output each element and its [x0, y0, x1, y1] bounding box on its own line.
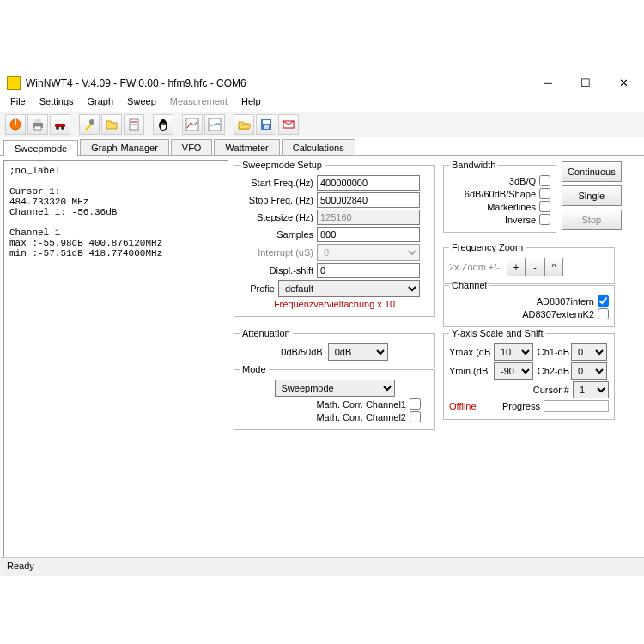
app-icon — [7, 76, 21, 90]
mode-legend: Mode — [240, 364, 269, 374]
samples-input[interactable] — [317, 227, 420, 242]
ymin-select[interactable]: -90 — [494, 362, 533, 380]
ch2db-label: Ch2-dB — [533, 366, 571, 376]
power-icon[interactable] — [5, 114, 26, 135]
ymax-select[interactable]: 10 — [494, 343, 533, 361]
chart1-icon[interactable] — [182, 114, 203, 135]
svg-point-8 — [89, 119, 94, 125]
ymax-label: Ymax (dB — [449, 347, 494, 357]
interrupt-label: Interrupt (uS) — [240, 247, 317, 258]
attenuation-group: Attenuation 0dB/50dB0dB — [234, 328, 435, 368]
maximize-button[interactable]: ☐ — [567, 73, 605, 94]
zoom-label: 2x Zoom +/- — [449, 262, 500, 272]
sweepmode-setup-group: Sweepmode Setup Start Freq.(Hz) Stop Fre… — [234, 160, 435, 317]
cursor-label: Cursor # — [533, 385, 573, 395]
zoom-caret-button[interactable]: ^ — [544, 258, 563, 276]
bw4-label: Inverse — [505, 215, 536, 225]
folder-icon[interactable] — [101, 114, 122, 135]
ch-extern-checkbox[interactable] — [598, 308, 609, 319]
info-panel: ;no_label Cursor 1: 484.733320 MHz Chann… — [3, 160, 228, 570]
bw2-label: 6dB/60dB/Shape — [465, 189, 536, 199]
atten-legend: Attenuation — [240, 328, 293, 338]
profile-select[interactable]: default — [278, 280, 420, 297]
samples-label: Samples — [240, 229, 317, 240]
cursor-select[interactable]: 1 — [573, 381, 609, 398]
stopfreq-label: Stop Freq. (Hz) — [240, 195, 317, 205]
bw-legend: Bandwidth — [449, 160, 498, 170]
single-button[interactable]: Single — [562, 185, 622, 206]
bandwidth-group: Bandwidth 3dB/Q 6dB/60dB/Shape Markerlin… — [443, 160, 556, 233]
document-icon[interactable] — [124, 114, 144, 135]
channel-group: Channel AD8307intern AD8307externK2 — [443, 280, 615, 327]
window-title: WinNWT4 - V.4.09 - FW:0.00 - hfm9.hfc - … — [26, 77, 529, 89]
chart2-icon[interactable] — [204, 114, 225, 135]
menu-help[interactable]: Help — [234, 94, 268, 112]
mc1-checkbox[interactable] — [410, 398, 421, 410]
tab-wattmeter[interactable]: Wattmeter — [214, 139, 279, 155]
mode-group: Mode Sweepmode Math. Corr. Channel1 Math… — [234, 364, 435, 430]
mc1-label: Math. Corr. Channel1 — [316, 399, 406, 410]
progress-label: Progress — [492, 401, 540, 411]
mail-icon[interactable] — [278, 114, 299, 135]
svg-rect-1 — [15, 119, 16, 125]
ch-intern-label: AD8307intern — [537, 296, 594, 307]
freqzoom-group: Frequency Zoom 2x Zoom +/- + - ^ — [443, 242, 615, 284]
ch-extern-label: AD8307externK2 — [522, 309, 594, 319]
stop-button: Stop — [562, 210, 622, 230]
zoom-plus-button[interactable]: + — [507, 258, 526, 276]
tab-calculations[interactable]: Calculations — [282, 139, 355, 155]
displ-label: Displ.-shift — [240, 265, 317, 276]
menu-file[interactable]: File — [3, 94, 33, 112]
continuous-button[interactable]: Continuous — [562, 161, 622, 182]
bw1-label: 3dB/Q — [509, 176, 536, 186]
stopfreq-input[interactable] — [317, 192, 420, 208]
bw4-checkbox[interactable] — [539, 214, 550, 225]
offline-text: Offline — [449, 401, 492, 411]
penguin-icon[interactable] — [153, 114, 173, 135]
menu-settings[interactable]: Settings — [33, 94, 81, 112]
save-icon[interactable] — [256, 114, 276, 135]
car-icon[interactable] — [50, 114, 70, 135]
mc2-label: Math. Corr. Channel2 — [316, 412, 406, 422]
ch-intern-checkbox[interactable] — [598, 295, 609, 307]
open-icon[interactable] — [234, 114, 254, 135]
toolbar — [0, 112, 644, 137]
menu-graph[interactable]: Graph — [81, 94, 121, 112]
setup-legend: Sweepmode Setup — [240, 160, 325, 170]
mode-select[interactable]: Sweepmode — [275, 380, 395, 397]
tab-sweepmode[interactable]: Sweepmode — [3, 140, 78, 156]
close-button[interactable]: ✕ — [605, 73, 642, 94]
bw2-checkbox[interactable] — [539, 188, 550, 199]
tools-icon[interactable] — [79, 114, 100, 135]
zoom-minus-button[interactable]: - — [526, 258, 544, 276]
interrupt-select: 0 — [317, 244, 420, 261]
minimize-button[interactable]: ─ — [529, 73, 567, 94]
ch1db-label: Ch1-dB — [533, 347, 571, 357]
atten-label: 0dB/50dB — [281, 347, 322, 357]
tab-graphmanager[interactable]: Graph-Manager — [80, 139, 169, 155]
tab-vfo[interactable]: VFO — [171, 139, 213, 155]
ch1db-select[interactable]: 0 — [571, 343, 607, 361]
tabbar: Sweepmode Graph-Manager VFO Wattmeter Ca… — [0, 137, 644, 156]
atten-select[interactable]: 0dB — [328, 343, 388, 361]
bw3-checkbox[interactable] — [539, 201, 550, 212]
menubar: File Settings Graph Sweep Measurement He… — [0, 94, 644, 112]
menu-sweep[interactable]: Sweep — [120, 94, 163, 112]
svg-point-6 — [56, 126, 59, 130]
displ-input[interactable] — [317, 263, 420, 278]
titlebar: WinNWT4 - V.4.09 - FW:0.00 - hfm9.hfc - … — [0, 72, 644, 94]
print-icon[interactable] — [27, 114, 48, 135]
svg-rect-20 — [264, 125, 269, 129]
zoom-legend: Frequency Zoom — [449, 242, 526, 252]
ch2db-select[interactable]: 0 — [571, 362, 607, 380]
channel-legend: Channel — [449, 280, 489, 290]
stepsize-label: Stepsize (Hz) — [240, 212, 317, 222]
svg-rect-4 — [34, 126, 41, 130]
mc2-checkbox[interactable] — [410, 411, 421, 422]
ymin-label: Ymin (dB — [449, 366, 494, 376]
startfreq-input[interactable] — [317, 175, 420, 191]
profile-label: Profie — [240, 283, 278, 294]
svg-rect-3 — [34, 119, 41, 123]
bw1-checkbox[interactable] — [539, 175, 550, 186]
svg-point-7 — [61, 126, 64, 130]
